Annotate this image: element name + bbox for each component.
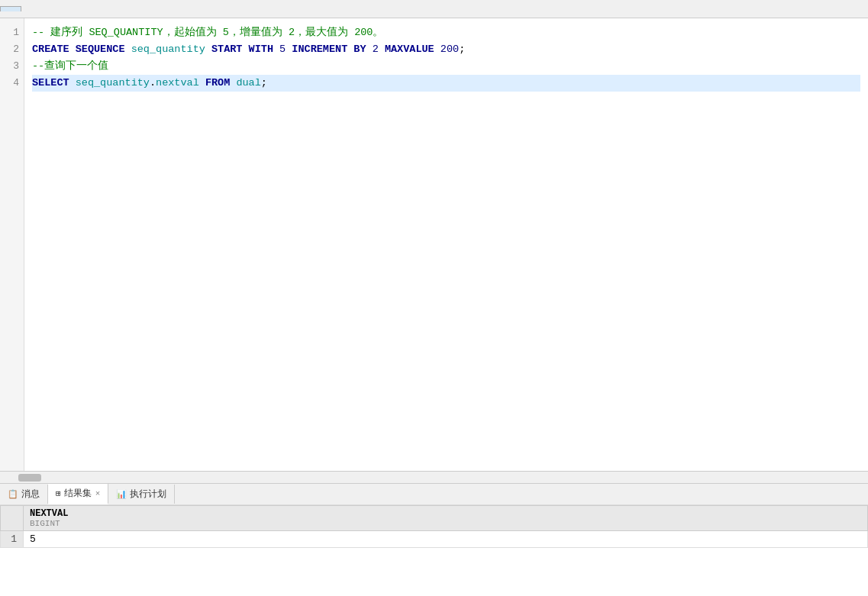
token-tx <box>199 77 205 89</box>
code-editor[interactable]: 1234 -- 建序列 SEQ_QUANTITY，起始值为 5，增量值为 2，最… <box>0 18 868 471</box>
line-number: 2 <box>5 41 19 58</box>
row-num-header <box>1 506 24 531</box>
code-line[interactable]: CREATE SEQUENCE seq_quantity START WITH … <box>32 41 860 58</box>
token-kw: SEQUENCE <box>76 43 125 55</box>
token-tx <box>69 43 76 55</box>
editor-area: 1234 -- 建序列 SEQ_QUANTITY，起始值为 5，增量值为 2，最… <box>0 18 868 483</box>
token-kw: INCREMENT <box>292 43 347 55</box>
bottom-tab-label-messages: 消息 <box>21 488 40 501</box>
token-id: dual <box>236 77 260 89</box>
token-tx: . <box>150 77 156 89</box>
code-content[interactable]: -- 建序列 SEQ_QUANTITY，起始值为 5，增量值为 2，最大值为 2… <box>24 18 868 471</box>
token-kw: WITH <box>249 43 273 55</box>
cell-nextval: 5 <box>24 531 868 548</box>
token-id: seq_quantity <box>131 43 205 55</box>
token-cn: 200 <box>440 43 459 55</box>
token-tx <box>379 43 385 55</box>
token-tx: ; <box>261 77 267 89</box>
line-number: 4 <box>5 75 19 92</box>
results-area: NEXTVALBIGINT 15 <box>0 504 868 596</box>
code-line[interactable]: --查询下一个值 <box>32 58 860 75</box>
code-line[interactable]: -- 建序列 SEQ_QUANTITY，起始值为 5，增量值为 2，最大值为 2… <box>32 24 860 41</box>
token-tx <box>366 43 373 55</box>
token-cm: -- 建序列 SEQ_QUANTITY，起始值为 5，增量值为 2，最大值为 2… <box>32 27 383 38</box>
token-cn: 5 <box>279 43 286 55</box>
scroll-thumb[interactable] <box>18 474 41 482</box>
editor-tab[interactable] <box>0 6 21 11</box>
token-kw: CREATE <box>32 43 69 55</box>
token-cm: --查询下一个值 <box>32 60 108 72</box>
col-name: NEXTVAL <box>30 508 68 519</box>
bottom-tab-label-plan: 执行计划 <box>130 488 166 501</box>
token-tx <box>273 43 279 55</box>
token-tx <box>125 43 131 55</box>
token-tx <box>69 77 76 89</box>
token-tx <box>242 43 248 55</box>
token-kw: SELECT <box>32 77 69 89</box>
bottom-tab-results[interactable]: ⊞结果集× <box>48 484 108 504</box>
horizontal-scrollbar[interactable] <box>0 471 868 483</box>
bottom-tab-plan[interactable]: 📊执行计划 <box>108 485 175 504</box>
token-tx <box>205 43 211 55</box>
token-id: seq_quantity <box>76 77 150 89</box>
token-tx <box>434 43 440 55</box>
bottom-tab-messages[interactable]: 📋消息 <box>0 485 48 504</box>
bottom-tab-label-results: 结果集 <box>64 487 92 500</box>
line-numbers: 1234 <box>0 18 24 471</box>
table-row[interactable]: 15 <box>1 531 868 548</box>
tab-icon-results: ⊞ <box>56 488 61 498</box>
row-number: 1 <box>1 531 24 548</box>
col-type: BIGINT <box>30 519 861 528</box>
token-kw: BY <box>353 43 366 55</box>
token-tx: ; <box>459 43 465 55</box>
bottom-tabs: 📋消息⊞结果集×📊执行计划 <box>0 483 868 504</box>
token-kw: FROM <box>205 77 230 89</box>
col-header-nextval: NEXTVALBIGINT <box>24 506 868 531</box>
line-number: 3 <box>5 58 19 75</box>
token-kw: START <box>211 43 243 55</box>
tab-bar <box>0 0 868 18</box>
token-kw: MAXVALUE <box>385 43 434 55</box>
token-cn: 2 <box>373 43 379 55</box>
bottom-tab-close-results[interactable]: × <box>95 489 101 498</box>
code-line[interactable]: SELECT seq_quantity.nextval FROM dual; <box>32 75 860 92</box>
results-table: NEXTVALBIGINT 15 <box>0 505 868 548</box>
tab-icon-messages: 📋 <box>8 489 18 499</box>
line-number: 1 <box>5 24 19 41</box>
tab-icon-plan: 📊 <box>116 489 127 499</box>
token-id: nextval <box>156 77 199 89</box>
